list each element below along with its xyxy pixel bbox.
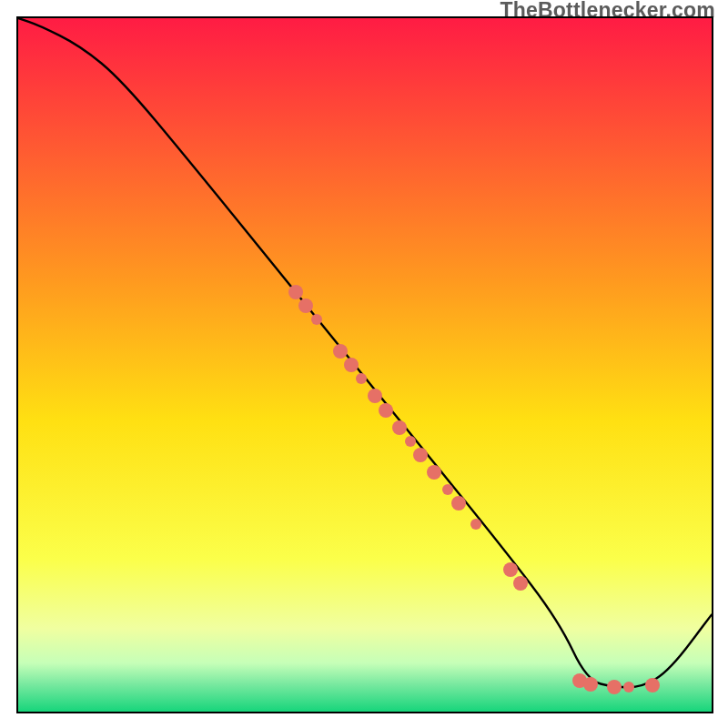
data-point (333, 344, 348, 359)
chart-stage: TheBottlenecker.com (0, 0, 728, 728)
plot-area (16, 16, 713, 713)
data-point (379, 403, 393, 418)
data-point (645, 678, 660, 693)
bottleneck-curve (18, 18, 712, 712)
data-point (392, 420, 407, 435)
data-point (356, 373, 367, 384)
data-point (451, 496, 466, 511)
data-point (288, 285, 303, 299)
data-point (427, 465, 441, 480)
data-point (405, 436, 416, 447)
data-point (583, 677, 598, 692)
data-point (503, 562, 518, 577)
data-point (344, 358, 359, 372)
data-point (513, 576, 528, 591)
data-point (311, 314, 322, 325)
data-point (623, 682, 634, 693)
data-point (442, 484, 453, 495)
data-point (413, 448, 428, 462)
data-point (368, 389, 382, 403)
data-point (470, 519, 481, 530)
data-point (298, 298, 313, 313)
data-point (607, 680, 622, 694)
